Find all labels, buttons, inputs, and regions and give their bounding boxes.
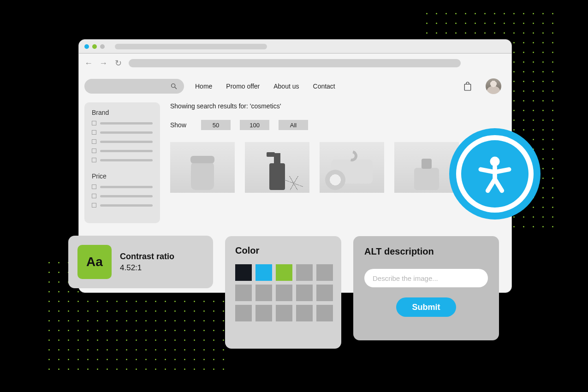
color-swatch[interactable]: [316, 305, 333, 321]
color-swatch[interactable]: [235, 264, 252, 281]
color-title: Color: [235, 245, 331, 256]
contrast-ratio-card: Aa Contrast ratio 4.52:1: [68, 236, 213, 288]
color-swatch[interactable]: [235, 305, 252, 321]
filter-option[interactable]: [92, 194, 153, 198]
color-swatch[interactable]: [235, 285, 252, 301]
back-icon[interactable]: ←: [84, 59, 93, 68]
filter-option[interactable]: [92, 203, 153, 208]
show-label: Show: [170, 121, 186, 129]
avatar[interactable]: [486, 78, 501, 94]
filter-option[interactable]: [92, 158, 153, 162]
color-swatch-grid: [235, 264, 331, 321]
color-swatch[interactable]: [276, 285, 292, 301]
shopping-bag-icon[interactable]: [463, 81, 472, 91]
accessibility-badge[interactable]: [449, 128, 540, 220]
color-swatch[interactable]: [316, 264, 333, 281]
browser-toolbar: ← → ↻: [79, 53, 511, 73]
main-nav: Home Promo offer About us Contact: [195, 83, 335, 90]
contrast-value: 4.52:1: [120, 263, 174, 273]
svg-point-0: [172, 84, 175, 88]
forward-icon[interactable]: →: [99, 59, 107, 68]
alt-title: ALT description: [364, 246, 488, 257]
browser-tab-placeholder: [115, 44, 267, 49]
window-control-dot[interactable]: [92, 44, 97, 49]
nav-link-home[interactable]: Home: [195, 83, 212, 90]
filter-sidebar: Brand Price: [84, 102, 160, 223]
product-card[interactable]: [245, 142, 309, 193]
filter-option[interactable]: [92, 130, 153, 135]
accessibility-icon: [473, 152, 517, 196]
color-swatch[interactable]: [316, 285, 333, 301]
color-swatch[interactable]: [296, 285, 313, 301]
contrast-sample-icon: Aa: [77, 245, 112, 279]
svg-rect-2: [464, 84, 471, 91]
nav-link-about[interactable]: About us: [273, 83, 299, 90]
search-input[interactable]: [84, 79, 184, 94]
alt-description-card: ALT description Submit: [353, 236, 499, 340]
submit-button[interactable]: Submit: [396, 297, 456, 317]
show-option-all[interactable]: All: [279, 120, 308, 130]
nav-link-contact[interactable]: Contact: [313, 83, 335, 90]
window-control-dot[interactable]: [100, 44, 105, 49]
color-swatch[interactable]: [296, 264, 313, 281]
filter-option[interactable]: [92, 139, 153, 144]
color-swatch[interactable]: [255, 264, 272, 281]
window-controls: [84, 44, 105, 49]
color-swatch[interactable]: [276, 305, 292, 321]
color-swatch[interactable]: [255, 285, 272, 301]
address-bar[interactable]: [129, 59, 461, 67]
window-control-dot[interactable]: [84, 44, 89, 49]
alt-description-input[interactable]: [364, 269, 488, 287]
show-option-100[interactable]: 100: [240, 120, 269, 130]
color-picker-card: Color: [225, 236, 341, 349]
filter-price-title: Price: [92, 172, 153, 180]
browser-titlebar: [79, 40, 511, 53]
color-swatch[interactable]: [296, 305, 313, 321]
color-swatch[interactable]: [255, 305, 272, 321]
show-option-50[interactable]: 50: [201, 120, 231, 130]
filter-option[interactable]: [92, 184, 153, 189]
svg-line-1: [175, 87, 177, 89]
results-heading: Showing search results for: 'cosmetics': [170, 102, 506, 110]
product-card[interactable]: [170, 142, 235, 193]
search-icon: [170, 83, 178, 90]
reload-icon[interactable]: ↻: [114, 58, 122, 68]
color-swatch[interactable]: [276, 264, 292, 281]
contrast-title: Contrast ratio: [120, 252, 174, 261]
site-header: Home Promo offer About us Contact: [84, 78, 506, 94]
filter-option[interactable]: [92, 121, 153, 125]
filter-option[interactable]: [92, 148, 153, 153]
filter-brand-title: Brand: [92, 109, 153, 116]
nav-link-promo[interactable]: Promo offer: [226, 83, 260, 90]
product-card[interactable]: [320, 142, 384, 193]
